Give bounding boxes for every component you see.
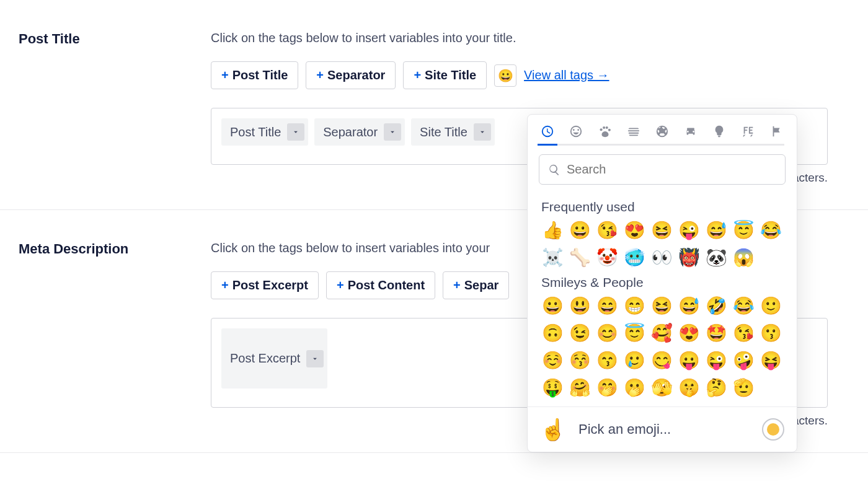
emoji-cell[interactable]: 👀 xyxy=(650,247,673,269)
emoji-cell[interactable]: 😉 xyxy=(569,322,591,345)
emoji-cell[interactable]: 🙂 xyxy=(760,295,782,317)
tab-flags-icon[interactable] xyxy=(769,125,784,146)
emoji-cell[interactable]: 🫣 xyxy=(650,377,673,399)
chip-separator[interactable]: Separator xyxy=(314,118,405,146)
emoji-cell[interactable]: 😗 xyxy=(760,322,782,345)
chevron-down-icon[interactable] xyxy=(287,123,304,141)
emoji-cell[interactable]: 🤪 xyxy=(732,349,755,372)
emoji-cell[interactable]: 😁 xyxy=(623,295,645,317)
emoji-search[interactable] xyxy=(539,154,786,185)
emoji-cell[interactable]: 🤩 xyxy=(705,322,727,345)
emoji-cell[interactable]: 🤔 xyxy=(705,377,727,399)
tag-button-separator-partial[interactable]: + Separ xyxy=(443,271,509,299)
tag-button-separator[interactable]: + Separator xyxy=(306,61,396,89)
emoji-cell[interactable]: 😍 xyxy=(623,219,645,242)
svg-point-2 xyxy=(605,126,608,129)
tab-objects-icon[interactable] xyxy=(712,125,727,146)
emoji-cell[interactable]: 😂 xyxy=(760,219,782,242)
tag-button-site-title[interactable]: + Site Title xyxy=(403,61,487,89)
chip-label: Post Title xyxy=(230,125,281,139)
emoji-cell[interactable]: 😅 xyxy=(705,219,727,242)
footer-text: Pick an emoji... xyxy=(578,421,750,437)
emoji-cell[interactable]: 🤫 xyxy=(678,377,700,399)
tag-button-post-content[interactable]: + Post Content xyxy=(326,271,435,299)
emoji-cell[interactable]: 😛 xyxy=(678,349,700,372)
category-label-frequent: Frequently used xyxy=(541,200,792,214)
emoji-cell[interactable]: 😇 xyxy=(732,219,755,242)
tab-activities-icon[interactable] xyxy=(655,125,670,146)
tab-recent-icon[interactable] xyxy=(540,125,555,146)
svg-point-1 xyxy=(603,126,605,129)
emoji-cell[interactable]: 🤣 xyxy=(705,295,727,317)
tag-button-label: Post Excerpt xyxy=(232,278,308,292)
emoji-cell[interactable]: 🤡 xyxy=(596,247,618,269)
tag-button-post-excerpt[interactable]: + Post Excerpt xyxy=(211,271,319,299)
chevron-down-icon[interactable] xyxy=(474,123,491,141)
emoji-cell[interactable]: 😋 xyxy=(650,349,673,372)
emoji-cell[interactable]: 😆 xyxy=(650,219,673,242)
emoji-cell[interactable]: 😍 xyxy=(678,322,700,345)
tab-smileys-icon[interactable] xyxy=(569,125,583,146)
emoji-picker-trigger[interactable]: 😀 xyxy=(494,64,516,87)
emoji-cell[interactable]: 😘 xyxy=(732,322,755,345)
emoji-cell[interactable]: 🙃 xyxy=(541,322,564,345)
emoji-cell[interactable]: 😙 xyxy=(596,349,618,372)
emoji-cell[interactable]: 😆 xyxy=(650,295,673,317)
emoji-cell[interactable]: 😱 xyxy=(732,247,755,269)
emoji-cell[interactable]: 🤭 xyxy=(596,377,618,399)
emoji-cell[interactable]: 🫡 xyxy=(732,377,755,399)
emoji-cell[interactable]: 😅 xyxy=(678,295,700,317)
emoji-cell[interactable]: 😝 xyxy=(760,349,782,372)
emoji-cell[interactable]: 😀 xyxy=(569,219,591,242)
emoji-picker-footer: ☝️ Pick an emoji... xyxy=(528,406,797,452)
emoji-cell[interactable]: ☺️ xyxy=(541,349,564,372)
label-col: Post Title xyxy=(0,31,211,185)
tab-animals-icon[interactable] xyxy=(597,125,612,146)
tab-symbols-icon[interactable] xyxy=(741,125,756,146)
plus-icon: + xyxy=(337,278,344,292)
tag-button-label: Post Content xyxy=(348,278,425,292)
emoji-cell[interactable]: ☠️ xyxy=(541,247,564,269)
emoji-cell[interactable]: 😜 xyxy=(678,219,700,242)
emoji-cell[interactable]: 👍 xyxy=(541,219,564,242)
tab-travel-icon[interactable] xyxy=(683,125,698,146)
tab-food-icon[interactable] xyxy=(626,125,641,146)
emoji-cell[interactable]: 🫢 xyxy=(623,377,645,399)
emoji-cell[interactable]: 😃 xyxy=(569,295,591,317)
view-all-tags-link[interactable]: View all tags → xyxy=(524,68,609,82)
emoji-cell[interactable]: 😚 xyxy=(569,349,591,372)
emoji-icon: 😀 xyxy=(498,68,513,83)
emoji-cell[interactable]: 🤗 xyxy=(569,377,591,399)
emoji-cell[interactable]: 🤑 xyxy=(541,377,564,399)
emoji-cell[interactable]: 🥲 xyxy=(623,349,645,372)
svg-point-3 xyxy=(608,129,610,131)
chip-label: Site Title xyxy=(420,125,467,139)
tag-button-post-title[interactable]: + Post Title xyxy=(211,61,298,89)
tag-button-label: Separ xyxy=(464,278,499,292)
skin-tone-selector[interactable] xyxy=(762,418,784,441)
section-heading-post-title: Post Title xyxy=(19,31,211,47)
emoji-cell[interactable]: 🥶 xyxy=(623,247,645,269)
emoji-cell[interactable]: 😊 xyxy=(596,322,618,345)
plus-icon: + xyxy=(221,278,229,292)
emoji-cell[interactable]: 👹 xyxy=(678,247,700,269)
chip-post-title[interactable]: Post Title xyxy=(221,118,308,146)
emoji-search-input[interactable] xyxy=(567,162,776,177)
emoji-cell[interactable]: 😄 xyxy=(596,295,618,317)
emoji-scroll[interactable]: Frequently used 👍😀😘😍😆😜😅😇😂☠️🦴🤡🥶👀👹🐼😱 Smile… xyxy=(528,190,797,403)
chevron-down-icon[interactable] xyxy=(306,350,324,367)
emoji-cell[interactable]: 😇 xyxy=(623,322,645,345)
emoji-cell[interactable]: 🐼 xyxy=(705,247,727,269)
emoji-cell[interactable]: 🦴 xyxy=(569,247,591,269)
emoji-cell[interactable]: 😜 xyxy=(705,349,727,372)
chip-site-title[interactable]: Site Title xyxy=(411,118,495,146)
emoji-cell[interactable]: 😂 xyxy=(732,295,755,317)
emoji-cell[interactable]: 😘 xyxy=(596,219,618,242)
emoji-cell[interactable]: 🥰 xyxy=(650,322,673,345)
emoji-cell[interactable]: 😀 xyxy=(541,295,564,317)
chip-post-excerpt[interactable]: Post Excerpt xyxy=(221,328,327,389)
chevron-down-icon[interactable] xyxy=(384,123,401,141)
emoji-category-tabs xyxy=(528,115,797,146)
emoji-grid-smileys: 😀😃😄😁😆😅🤣😂🙂🙃😉😊😇🥰😍🤩😘😗☺️😚😙🥲😋😛😜🤪😝🤑🤗🤭🫢🫣🤫🤔🫡 xyxy=(541,295,792,399)
tag-button-label: Separator xyxy=(327,68,385,82)
